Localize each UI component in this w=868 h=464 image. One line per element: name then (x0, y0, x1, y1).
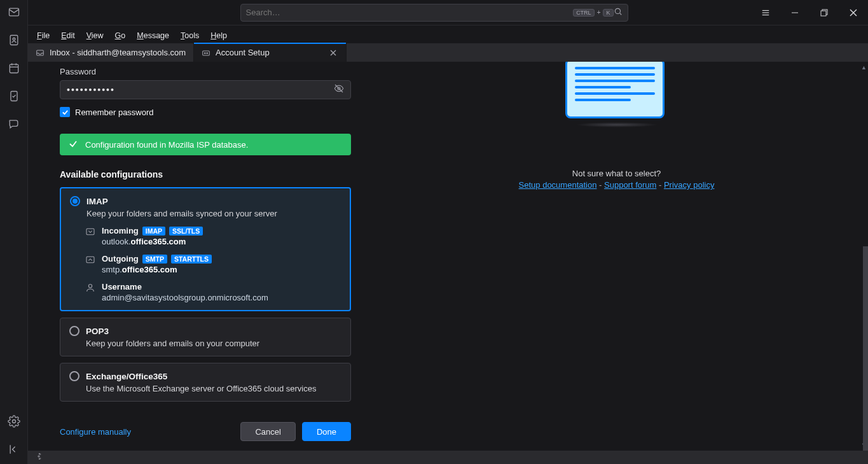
address-book-icon[interactable] (7, 33, 21, 47)
config-option-exchange[interactable]: Exchange/Office365 Use the Microsoft Exc… (60, 363, 351, 402)
chip-starttls: STARTTLS (171, 255, 212, 264)
content-area: ▲ ▼ Password Remember password Configura… (28, 62, 868, 451)
chat-icon[interactable] (7, 117, 21, 131)
show-password-icon[interactable] (334, 83, 344, 96)
chip-imap: IMAP (142, 227, 165, 236)
global-search[interactable]: CTRL + K (240, 4, 628, 22)
settings-tab-icon (202, 48, 210, 57)
outgoing-host: smtp.office365.com (102, 265, 212, 274)
svg-point-0 (615, 8, 620, 13)
statusbar (28, 451, 868, 464)
svg-point-31 (38, 455, 39, 456)
menu-file[interactable]: File (32, 30, 55, 41)
maximize-button[interactable] (809, 0, 839, 25)
pop3-title: POP3 (86, 327, 109, 336)
imap-desc: Keep your folders and emails synced on y… (86, 209, 341, 218)
remember-checkbox[interactable] (60, 107, 70, 117)
incoming-host: outlook.office365.com (102, 237, 203, 246)
checkmark-icon (69, 139, 78, 150)
user-icon (85, 283, 95, 293)
illustration (565, 62, 668, 127)
username-value: admin@savitasystoolsgroup.onmicrosoft.co… (102, 293, 268, 302)
account-setup-form: Password Remember password Configuration… (28, 62, 365, 451)
svg-point-30 (88, 285, 92, 288)
remember-password-row[interactable]: Remember password (60, 107, 351, 117)
tab-close-button[interactable] (328, 48, 338, 58)
password-field[interactable] (60, 80, 351, 99)
menu-message[interactable]: Message (132, 30, 174, 41)
menu-edit[interactable]: Edit (56, 30, 80, 41)
search-icon[interactable] (614, 7, 623, 18)
link-support-forum[interactable]: Support forum (604, 180, 656, 190)
incoming-label: Incoming (102, 226, 139, 236)
svg-rect-13 (10, 64, 18, 73)
help-prompt: Not sure what to select? (365, 169, 868, 178)
exchange-desc: Use the Microsoft Exchange server or Off… (86, 384, 341, 393)
menu-view[interactable]: View (81, 30, 109, 41)
tabstrip: Inbox - siddharth@teamsystools.com Accou… (28, 43, 868, 62)
mail-icon[interactable] (7, 5, 21, 19)
remember-label: Remember password (75, 108, 154, 117)
menu-help[interactable]: Help (205, 30, 232, 41)
svg-point-23 (207, 52, 208, 53)
banner-text: Configuration found in Mozilla ISP datab… (85, 140, 248, 150)
available-configs-heading: Available configurations (60, 169, 351, 179)
link-privacy-policy[interactable]: Privacy policy (664, 180, 714, 190)
calendar-icon[interactable] (7, 61, 21, 75)
incoming-icon (85, 227, 95, 237)
minimize-button[interactable] (780, 0, 809, 25)
username-label: Username (102, 282, 142, 292)
svg-rect-10 (9, 8, 18, 16)
config-option-pop3[interactable]: POP3 Keep your folders and emails on you… (60, 318, 351, 356)
link-setup-docs[interactable]: Setup documentation (519, 180, 597, 190)
radio-exchange[interactable] (69, 371, 79, 381)
done-button[interactable]: Done (302, 422, 351, 441)
svg-rect-20 (37, 50, 44, 55)
svg-rect-21 (203, 51, 210, 55)
password-label: Password (60, 67, 351, 76)
svg-line-1 (619, 13, 621, 15)
svg-rect-7 (821, 11, 826, 16)
tab-account-setup[interactable]: Account Setup (194, 43, 347, 62)
chip-smtp: SMTP (142, 255, 167, 264)
collapse-icon[interactable] (7, 442, 21, 456)
radio-pop3[interactable] (69, 326, 79, 336)
search-input[interactable] (246, 8, 574, 17)
pop3-desc: Keep your folders and emails on your com… (86, 339, 341, 348)
settings-icon[interactable] (7, 414, 21, 428)
menu-go[interactable]: Go (110, 30, 131, 41)
menubar: File Edit View Go Message Tools Help (32, 28, 232, 43)
kbd-k: K (603, 9, 613, 17)
config-option-imap[interactable]: IMAP Keep your folders and emails synced… (60, 187, 351, 311)
close-button[interactable] (839, 0, 868, 25)
help-links: Setup documentation - Support forum - Pr… (365, 180, 868, 190)
cancel-button[interactable]: Cancel (240, 422, 295, 441)
menu-tools[interactable]: Tools (176, 30, 204, 41)
configure-manually-link[interactable]: Configure manually (60, 427, 131, 437)
titlebar: CTRL + K (0, 0, 868, 25)
tab-inbox[interactable]: Inbox - siddharth@teamsystools.com (28, 43, 194, 62)
online-status-icon[interactable] (34, 452, 43, 463)
imap-title: IMAP (86, 197, 108, 206)
outgoing-label: Outgoing (102, 254, 139, 264)
svg-rect-28 (86, 228, 94, 234)
app-menu-button[interactable] (751, 0, 780, 25)
svg-point-12 (13, 38, 15, 41)
exchange-title: Exchange/Office365 (86, 372, 167, 381)
chip-ssl: SSL/TLS (169, 227, 203, 236)
spaces-toolbar (0, 0, 28, 464)
tab-inbox-label: Inbox - siddharth@teamsystools.com (50, 48, 186, 57)
password-input[interactable] (67, 85, 334, 95)
inbox-icon (36, 48, 45, 57)
radio-imap[interactable] (70, 196, 80, 206)
kbd-ctrl: CTRL (573, 9, 595, 17)
config-found-banner: Configuration found in Mozilla ISP datab… (60, 134, 351, 155)
outgoing-icon (85, 255, 95, 265)
help-panel: Not sure what to select? Setup documenta… (365, 62, 868, 451)
tasks-icon[interactable] (7, 89, 21, 103)
svg-point-18 (12, 420, 15, 423)
svg-point-22 (204, 52, 205, 53)
svg-rect-29 (86, 257, 94, 262)
tab-account-setup-label: Account Setup (216, 48, 270, 57)
